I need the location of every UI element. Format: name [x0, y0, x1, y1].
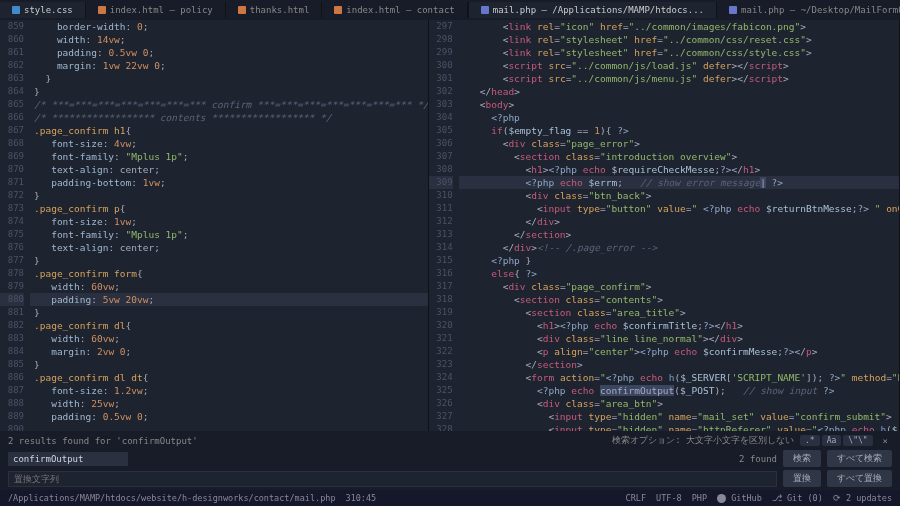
cursor-position[interactable]: 310:45	[346, 493, 377, 503]
tab-thanks-html[interactable]: thanks.html	[226, 2, 323, 18]
tab-index-html-policy[interactable]: index.html — policy	[86, 2, 226, 18]
code-line[interactable]: }	[30, 72, 428, 85]
code-line[interactable]: font-size: 4vw;	[30, 137, 428, 150]
code-line[interactable]: <link rel="stylesheet" href="../common/c…	[459, 33, 899, 46]
line-gutter-left: 8598608618628638648658668678688698708718…	[0, 20, 30, 431]
code-line[interactable]: if($empty_flag == 1){ ?>	[459, 124, 899, 137]
code-line[interactable]: <link rel="stylesheet" href="../common/c…	[459, 46, 899, 59]
code-line[interactable]: <link rel="icon" href="../common/images/…	[459, 20, 899, 33]
encoding[interactable]: UTF-8	[656, 493, 682, 503]
code-line[interactable]: else{ ?>	[459, 267, 899, 280]
close-icon[interactable]: ×	[879, 436, 892, 446]
code-line[interactable]: }	[30, 254, 428, 267]
code-line[interactable]: <form action="<?php echo h($_SERVER['SCR…	[459, 371, 899, 384]
code-line[interactable]: }	[30, 306, 428, 319]
replace-all-button[interactable]: すべて置換	[827, 470, 892, 487]
code-line[interactable]: .page_confirm dl dt{	[30, 371, 428, 384]
code-line[interactable]: <h1><?php echo $requireCheckMesse;?></h1…	[459, 163, 899, 176]
code-line[interactable]: <p align="center"><?php echo $confirmMes…	[459, 345, 899, 358]
html-file-icon	[334, 6, 342, 14]
code-line[interactable]: }	[30, 358, 428, 371]
tab-index-html-contact[interactable]: index.html — contact	[322, 2, 467, 18]
code-line[interactable]: padding: 0.5vw 0;	[30, 410, 428, 423]
code-line[interactable]: <section class="area_title">	[459, 306, 899, 319]
code-line[interactable]: width: 14vw;	[30, 33, 428, 46]
file-path[interactable]: /Applications/MAMP/htdocs/website/h-desi…	[8, 493, 336, 503]
code-line[interactable]: </div>	[459, 215, 899, 228]
code-line[interactable]: </head>	[459, 85, 899, 98]
code-line[interactable]: <section class="introduction overview">	[459, 150, 899, 163]
code-line[interactable]: width: 25vw;	[30, 397, 428, 410]
code-line[interactable]: /* ****************** contents *********…	[30, 111, 428, 124]
code-line[interactable]: <?php	[459, 111, 899, 124]
php-file-icon	[481, 6, 489, 14]
code-line[interactable]: <input type="button" value=" <?php echo …	[459, 202, 899, 215]
code-line[interactable]: .page_confirm h1{	[30, 124, 428, 137]
code-line[interactable]: <div class="page_confirm">	[459, 280, 899, 293]
code-line[interactable]: margin: 2vw 0;	[30, 345, 428, 358]
tab-label: mail.php — /Applications/MAMP/htdocs...	[493, 5, 704, 15]
code-line[interactable]: text-align: center;	[30, 163, 428, 176]
code-line[interactable]: .page_confirm p{	[30, 202, 428, 215]
code-line[interactable]: border-width: 0;	[30, 20, 428, 33]
line-ending[interactable]: CRLF	[626, 493, 646, 503]
code-line[interactable]: padding: 0.5vw 0;	[30, 46, 428, 59]
find-button[interactable]: 検索	[783, 450, 821, 467]
git-status[interactable]: ⎇ Git (0)	[772, 493, 823, 503]
php-file-icon	[729, 6, 737, 14]
code-line[interactable]: <?php }	[459, 254, 899, 267]
code-line[interactable]: <div class="page_error">	[459, 137, 899, 150]
code-line[interactable]: .page_confirm form{	[30, 267, 428, 280]
code-line[interactable]: width: 60vw;	[30, 280, 428, 293]
code-line[interactable]: font-size: 1.2vw;	[30, 384, 428, 397]
found-count: 2 found	[739, 454, 777, 464]
code-line[interactable]: padding: 5vw 20vw;	[30, 293, 428, 306]
code-line[interactable]: <div class="area_btn">	[459, 397, 899, 410]
code-line[interactable]: text-align: center;	[30, 241, 428, 254]
code-line[interactable]: }	[30, 189, 428, 202]
code-line[interactable]: <?php echo $errm; // show error message|…	[459, 176, 899, 189]
updates-status[interactable]: ⟳ 2 updates	[833, 493, 892, 503]
code-line[interactable]: </div><!-- /.page_error -->	[459, 241, 899, 254]
code-editor-left[interactable]: border-width: 0; width: 14vw; padding: 0…	[30, 20, 428, 431]
word-toggle[interactable]: \"\"	[843, 435, 872, 446]
code-line[interactable]: <?php echo confirmOutput($_POST); // sho…	[459, 384, 899, 397]
code-line[interactable]	[30, 423, 428, 431]
search-result-summary: 2 results found for 'confirmOutput'	[8, 436, 606, 446]
tab-label: index.html — contact	[346, 5, 454, 15]
find-all-button[interactable]: すべて検索	[827, 450, 892, 467]
github-status[interactable]: GitHub	[717, 493, 762, 503]
language-mode[interactable]: PHP	[692, 493, 707, 503]
tab-mail-php-applications-mamp-htdocs-[interactable]: mail.php — /Applications/MAMP/htdocs...	[469, 2, 717, 18]
code-line[interactable]: /* ***=***=***=***=***=***=*** confirm *…	[30, 98, 428, 111]
code-line[interactable]: width: 60vw;	[30, 332, 428, 345]
code-line[interactable]: <input type="hidden" name="mail_set" val…	[459, 410, 899, 423]
code-line[interactable]: <section class="contents">	[459, 293, 899, 306]
search-input[interactable]	[8, 452, 128, 466]
tab-label: index.html — policy	[110, 5, 213, 15]
code-line[interactable]: <script src="../common/js/menu.js" defer…	[459, 72, 899, 85]
code-line[interactable]: <input type="hidden" name="httpReferer" …	[459, 423, 899, 431]
code-line[interactable]: padding-bottom: 1vw;	[30, 176, 428, 189]
regex-toggle[interactable]: .*	[800, 435, 820, 446]
code-line[interactable]: <div class="btn_back">	[459, 189, 899, 202]
code-line[interactable]: }	[30, 85, 428, 98]
code-line[interactable]: </section>	[459, 228, 899, 241]
replace-button[interactable]: 置換	[783, 470, 821, 487]
code-line[interactable]: font-size: 1vw;	[30, 215, 428, 228]
code-line[interactable]: <h1><?php echo $confirmTitle;?></h1>	[459, 319, 899, 332]
code-line[interactable]: <body>	[459, 98, 899, 111]
replace-input[interactable]	[8, 471, 777, 487]
code-editor-right[interactable]: <link rel="icon" href="../common/images/…	[459, 20, 899, 431]
code-line[interactable]: </section>	[459, 358, 899, 371]
code-line[interactable]: margin: 1vw 22vw 0;	[30, 59, 428, 72]
code-line[interactable]: <div class="line line_normal"></div>	[459, 332, 899, 345]
tab-style-css[interactable]: style.css	[0, 2, 86, 18]
code-line[interactable]: font-family: "Mplus 1p";	[30, 228, 428, 241]
code-line[interactable]: font-family: "Mplus 1p";	[30, 150, 428, 163]
case-toggle[interactable]: Aa	[822, 435, 842, 446]
find-replace-panel: 2 results found for 'confirmOutput' 検索オプ…	[0, 431, 900, 490]
code-line[interactable]: .page_confirm dl{	[30, 319, 428, 332]
tab-mail-php-desktop-mailform01-null-[interactable]: mail.php — ~/Desktop/MailForm01_null...	[717, 2, 900, 18]
code-line[interactable]: <script src="../common/js/load.js" defer…	[459, 59, 899, 72]
